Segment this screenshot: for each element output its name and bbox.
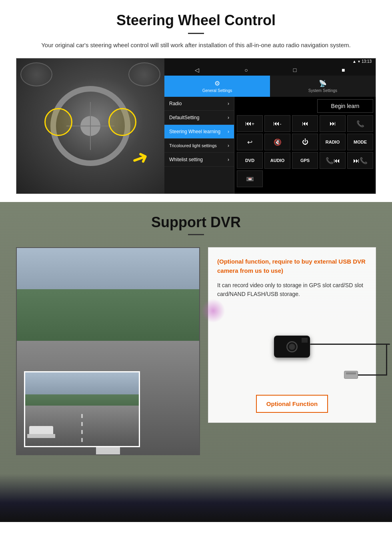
dvr-left-panel xyxy=(16,247,200,455)
camera-light-effect xyxy=(201,299,225,323)
begin-learn-row: Begin learn xyxy=(237,99,373,113)
menu-arrow-icon2: › xyxy=(228,115,229,120)
menu-whitelist-label: Whitelist setting xyxy=(169,157,203,162)
usb-port xyxy=(346,372,356,374)
ctrl-mode[interactable]: MODE xyxy=(347,134,373,150)
camera-body xyxy=(274,336,310,358)
dvr-right-panel: (Optional function, require to buy exter… xyxy=(208,247,376,423)
ctrl-audio[interactable]: AUDIO xyxy=(264,152,290,169)
dvr-divider xyxy=(188,234,204,235)
menu-arrow-icon3: › xyxy=(228,129,229,134)
android-content: Begin learn ⏮+ ⏮- ⏮ ⏭ 📞 ↩ 🔇 ⏻ R xyxy=(234,97,376,194)
ctrl-next[interactable]: ⏭ xyxy=(320,115,346,132)
ctrl-back[interactable]: ↩ xyxy=(237,134,263,150)
status-time: 13:13 xyxy=(362,59,372,64)
menu-item-steering-learning[interactable]: Steering Wheel learning › xyxy=(164,125,234,139)
menu-tricoloured-label: Tricoloured light settings xyxy=(169,143,217,148)
camera-assembly xyxy=(274,336,310,358)
dvr-section: Support DVR xyxy=(0,202,392,522)
android-tabs: ⚙ General Settings 📡 System Settings xyxy=(164,76,376,97)
android-topnav: ◁ ○ □ ■ xyxy=(164,64,376,76)
dvr-content: Support DVR xyxy=(0,202,392,499)
android-panel: ▲ ▾ 13:13 ◁ ○ □ ■ ⚙ General Settings � xyxy=(164,58,376,194)
steering-photo: ➜ xyxy=(16,58,164,194)
dvr-title: Support DVR xyxy=(16,214,376,231)
dvr-description: It can record video only to storage in G… xyxy=(217,281,367,299)
android-demo: ➜ ▲ ▾ 13:13 ◁ ○ □ ■ xyxy=(16,58,376,194)
ctrl-power[interactable]: ⏻ xyxy=(292,134,318,150)
menu-item-whitelist[interactable]: Whitelist setting › xyxy=(164,153,234,167)
ctrl-call-prev[interactable]: 📞⏮ xyxy=(320,152,346,169)
dvr-thumbnail xyxy=(24,371,140,447)
camera-usb-connector xyxy=(344,371,358,379)
dvr-optional-text: (Optional function, require to buy exter… xyxy=(217,257,367,275)
system-icon: 📡 xyxy=(319,80,327,87)
android-body: Radio › DefaultSetting › Steering Wheel … xyxy=(164,97,376,194)
ctrl-call-next[interactable]: ⏭📞 xyxy=(347,152,373,169)
title-divider xyxy=(188,33,204,34)
highlight-circle-right xyxy=(108,108,136,136)
camera-cable-down xyxy=(386,344,387,376)
steering-section: Steering Wheel Control Your original car… xyxy=(0,0,392,202)
wifi-icon: ▾ xyxy=(358,59,360,64)
arrow-indicator: ➜ xyxy=(128,144,152,172)
tab-system-settings[interactable]: 📡 System Settings xyxy=(270,76,376,97)
menu-item-radio[interactable]: Radio › xyxy=(164,97,234,111)
menu-radio-label: Radio xyxy=(169,101,182,106)
ctrl-radio[interactable]: RADIO xyxy=(320,134,346,150)
tab-general-label: General Settings xyxy=(202,88,232,93)
menu-arrow-icon4: › xyxy=(228,143,229,148)
highlight-circle-left xyxy=(44,108,72,136)
begin-learn-button[interactable]: Begin learn xyxy=(317,99,373,113)
home-nav-btn[interactable]: ○ xyxy=(242,66,250,74)
menu-default-label: DefaultSetting xyxy=(169,115,199,120)
thumb-car xyxy=(29,426,53,438)
statusbar-icons: ▲ ▾ 13:13 xyxy=(352,59,372,64)
optional-function-button[interactable]: Optional Function xyxy=(256,395,328,413)
tab-system-label: System Settings xyxy=(308,88,337,93)
steering-subtitle: Your original car's steering wheel contr… xyxy=(32,40,360,50)
ctrl-dvr[interactable]: 📼 xyxy=(237,170,263,187)
menu-arrow-icon: › xyxy=(228,101,229,106)
dvr-lower: (Optional function, require to buy exter… xyxy=(16,247,376,487)
ctrl-gps[interactable]: GPS xyxy=(292,152,318,169)
thumb-lane xyxy=(81,410,83,442)
back-nav-btn[interactable]: ◁ xyxy=(192,66,202,74)
gear-icon: ⚙ xyxy=(214,80,220,87)
ctrl-prev[interactable]: ⏮ xyxy=(292,115,318,132)
signal-icon: ▲ xyxy=(352,59,356,64)
menu-steering-label: Steering Wheel learning xyxy=(169,129,220,134)
ctrl-call[interactable]: 📞 xyxy=(347,115,373,132)
menu-item-tricoloured[interactable]: Tricoloured light settings › xyxy=(164,139,234,153)
thumb-sky xyxy=(25,372,139,394)
android-menu: Radio › DefaultSetting › Steering Wheel … xyxy=(164,97,234,194)
android-statusbar: ▲ ▾ 13:13 xyxy=(164,58,376,64)
dvr-camera-image xyxy=(217,307,367,387)
ctrl-mute[interactable]: 🔇 xyxy=(264,134,290,150)
camera-lens xyxy=(286,341,298,352)
ctrl-dvd[interactable]: DVD xyxy=(237,152,263,169)
menu-item-default[interactable]: DefaultSetting › xyxy=(164,111,234,125)
menu-nav-btn[interactable]: ■ xyxy=(339,66,347,74)
ctrl-vol-minus[interactable]: ⏮- xyxy=(264,115,290,132)
tab-general-settings[interactable]: ⚙ General Settings xyxy=(164,76,270,97)
page-title: Steering Wheel Control xyxy=(16,12,376,29)
recent-nav-btn[interactable]: □ xyxy=(291,66,299,74)
camera-vents xyxy=(302,338,308,339)
ctrl-vol-plus[interactable]: ⏮+ xyxy=(237,115,263,132)
camera-cable xyxy=(310,344,390,345)
dvr-info-card: (Optional function, require to buy exter… xyxy=(208,247,376,423)
control-grid: ⏮+ ⏮- ⏮ ⏭ 📞 ↩ 🔇 ⏻ RADIO MODE DVD AUDIO xyxy=(237,115,373,187)
menu-arrow-icon5: › xyxy=(228,157,229,162)
